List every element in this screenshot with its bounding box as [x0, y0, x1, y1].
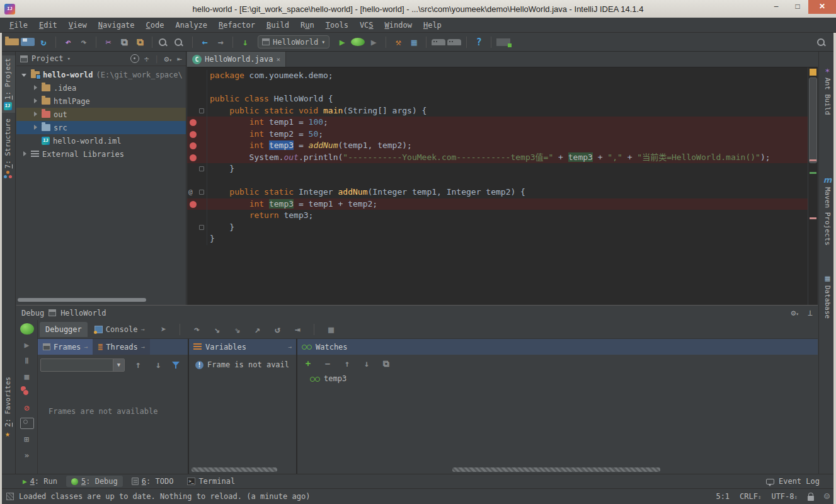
cut-icon[interactable]: ✂ — [101, 35, 115, 49]
run-with-coverage-icon[interactable]: ▶ — [367, 35, 381, 49]
android-device-icon[interactable] — [432, 39, 445, 45]
project-structure-icon[interactable]: ▦ — [407, 35, 421, 49]
event-log-button[interactable]: Event Log — [766, 477, 820, 486]
tool-window-button-6-todo[interactable]: 6: TODO — [127, 476, 179, 487]
menu-tools[interactable]: Tools — [320, 20, 354, 31]
run-config-select[interactable]: HelloWorld▾ — [258, 35, 329, 49]
editor-gutter[interactable] — [187, 82, 207, 94]
hide-tool-window-icon[interactable]: ⊥ — [808, 308, 813, 318]
error-stripe-mark[interactable] — [810, 159, 816, 161]
project-panel-title[interactable]: Project — [31, 54, 64, 63]
stop-program-icon[interactable]: ■ — [20, 370, 34, 382]
editor-gutter[interactable] — [187, 222, 207, 234]
line-separator-widget[interactable]: CRLF⇕ — [740, 492, 761, 501]
toggle-tool-window-stripes-icon[interactable] — [6, 493, 14, 500]
minimize-button[interactable]: – — [765, 0, 787, 14]
thread-dump-icon[interactable] — [20, 418, 34, 429]
editor-gutter[interactable] — [187, 152, 207, 164]
editor-gutter[interactable] — [187, 70, 207, 82]
editor-gutter[interactable] — [187, 175, 207, 187]
tab-debugger[interactable]: Debugger — [40, 322, 88, 337]
tree-item-hello-world[interactable]: hello-world (E:\git_work_space\ — [16, 68, 186, 81]
menu-file[interactable]: File — [4, 20, 33, 31]
move-watch-down-icon[interactable]: ↓ — [360, 358, 374, 369]
fold-marker-icon[interactable] — [199, 108, 204, 113]
tool-window-button-7-structure[interactable]: 7: Structure — [0, 116, 15, 181]
close-button[interactable]: ✕ — [808, 0, 836, 14]
thread-selector[interactable]: ▼ — [40, 358, 125, 372]
chevron-collapsed-icon[interactable] — [32, 98, 38, 105]
rerun-debug-icon[interactable] — [20, 323, 34, 335]
editor-gutter[interactable] — [187, 163, 207, 175]
project-horizontal-scrollbar[interactable] — [18, 298, 146, 302]
error-stripe-mark[interactable] — [810, 172, 816, 174]
menu-analyze[interactable]: Analyze — [170, 20, 214, 31]
mute-breakpoints-icon[interactable]: ⊘ — [20, 402, 34, 413]
menu-run[interactable]: Run — [295, 20, 320, 31]
tab-console[interactable]: Console → — [89, 322, 151, 337]
tree-item-idea[interactable]: .idea — [16, 81, 186, 94]
search-everywhere-icon[interactable] — [816, 37, 830, 47]
duplicate-watch-icon[interactable]: ⧉ — [379, 358, 393, 369]
tab-threads[interactable]: ≣ Threads → — [93, 339, 149, 355]
help-icon[interactable]: ? — [472, 35, 486, 49]
frame-down-icon[interactable]: ↓ — [151, 358, 165, 372]
tool-window-button-1-project[interactable]: 1: ProjectIJ — [0, 55, 15, 113]
chevron-collapsed-icon[interactable] — [32, 85, 38, 91]
copy-icon[interactable]: ⧉ — [117, 35, 131, 49]
resume-program-icon[interactable]: ▶ — [20, 339, 34, 350]
android-icon[interactable] — [447, 39, 461, 45]
find-icon[interactable] — [157, 37, 171, 47]
save-icon[interactable] — [21, 38, 35, 46]
close-tab-icon[interactable]: × — [276, 55, 280, 64]
caret-position[interactable]: 5:1 — [716, 492, 730, 501]
tool-window-button-2-favorites[interactable]: 2: Favorites★ — [0, 374, 15, 441]
editor-gutter[interactable] — [187, 93, 207, 105]
pin-icon[interactable]: → — [141, 343, 145, 350]
editor-gutter[interactable] — [187, 129, 207, 140]
compare-numbers-icon[interactable]: ↓ — [238, 35, 252, 49]
variables-horizontal-scrollbar[interactable] — [192, 467, 277, 472]
run-to-cursor-icon[interactable]: ⇥ — [290, 323, 304, 336]
add-watch-icon[interactable]: + — [301, 358, 315, 369]
editor-gutter[interactable] — [187, 233, 207, 245]
menu-window[interactable]: Window — [379, 20, 418, 31]
settings-icon[interactable]: ⚒ — [391, 35, 405, 49]
fold-marker-icon[interactable] — [199, 166, 204, 171]
editor-gutter[interactable] — [187, 210, 207, 222]
maximize-button[interactable]: □ — [787, 0, 808, 14]
pause-program-icon[interactable]: Ⅱ — [20, 355, 34, 366]
tool-window-button-4-run[interactable]: ▶4: Run — [18, 476, 62, 487]
watch-item-temp3[interactable]: temp3 — [297, 369, 818, 383]
step-into-icon[interactable]: ↘ — [210, 323, 224, 336]
back-icon[interactable]: ← — [198, 35, 212, 49]
tree-item-src[interactable]: src — [16, 121, 186, 134]
plugin-icon[interactable] — [496, 38, 510, 46]
menu-build[interactable]: Build — [261, 20, 295, 31]
remove-watch-icon[interactable]: − — [321, 358, 335, 369]
breakpoint-icon[interactable] — [190, 119, 197, 126]
editor-gutter[interactable] — [187, 140, 207, 152]
force-step-into-icon[interactable]: ⇘ — [230, 323, 244, 336]
lock-icon[interactable] — [808, 496, 814, 501]
open-icon[interactable] — [5, 38, 19, 45]
chevron-down-icon[interactable]: ▾ — [67, 55, 71, 62]
menu-view[interactable]: View — [63, 20, 93, 31]
editor-tab-helloworld[interactable]: HelloWorld.java × — [187, 52, 286, 67]
editor-gutter[interactable] — [187, 105, 207, 117]
replace-icon[interactable] — [173, 37, 187, 47]
menu-code[interactable]: Code — [140, 20, 170, 31]
pin-icon[interactable]: → — [288, 343, 292, 350]
step-out-icon[interactable]: ↗ — [250, 323, 264, 336]
chevron-collapsed-icon[interactable] — [21, 151, 28, 158]
code-editor[interactable]: package com.youmeek.demo;public class He… — [187, 70, 808, 245]
gear-icon[interactable]: ⚙▾ — [791, 308, 799, 318]
chevron-expanded-icon[interactable] — [21, 72, 28, 78]
drop-frame-icon[interactable]: ↺ — [270, 323, 284, 336]
menu-help[interactable]: Help — [418, 20, 447, 31]
synchronize-icon[interactable]: ↻ — [37, 35, 50, 49]
more-icon[interactable]: » — [20, 449, 34, 461]
breakpoint-icon[interactable] — [190, 131, 197, 138]
undo-icon[interactable]: ↶ — [61, 35, 75, 49]
frame-up-icon[interactable]: ↑ — [131, 358, 145, 372]
